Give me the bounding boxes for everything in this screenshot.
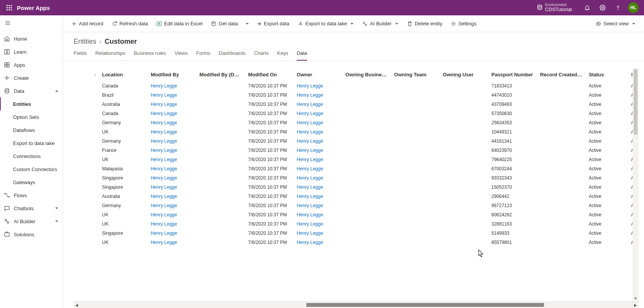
edit-excel-button[interactable]: Edit data in Excel	[153, 18, 206, 29]
cell-modified_by[interactable]: Henry Legge	[148, 210, 196, 219]
sidebar-collapse-button[interactable]	[0, 15, 62, 31]
cell-modified_by[interactable]: Henry Legge	[148, 146, 196, 155]
row-selector[interactable]	[74, 173, 99, 183]
table-row[interactable]: FranceHenry Legge7/6/2020 10:37 PMHenry …	[74, 146, 639, 155]
table-row[interactable]: MalayasiaHenry Legge7/6/2020 10:37 PMHen…	[74, 164, 639, 173]
vertical-scrollbar[interactable]: ▲ ▼	[632, 68, 639, 301]
row-selector[interactable]	[74, 146, 99, 155]
cell-modified_by[interactable]: Henry Legge	[148, 183, 196, 192]
help-button[interactable]	[610, 0, 626, 15]
cell-modified_by[interactable]: Henry Legge	[148, 164, 196, 173]
row-selector[interactable]	[74, 183, 99, 192]
column-header-modified_by_del[interactable]: Modified By (Del...	[196, 68, 245, 81]
breadcrumb-root[interactable]: Entities	[74, 38, 96, 46]
cell-owner[interactable]: Henry Legge	[294, 146, 342, 155]
sidebar-subitem-export-to-data-lake[interactable]: Export to data lake	[0, 137, 62, 150]
scroll-down-arrow[interactable]: ▼	[632, 295, 639, 301]
table-row[interactable]: SingaporeHenry Legge7/6/2020 10:37 PMHen…	[74, 229, 639, 238]
tab-keys[interactable]: Keys	[277, 50, 288, 61]
sidebar-item-solutions[interactable]: Solutions	[0, 228, 62, 241]
column-header-owning_team[interactable]: Owning Team	[391, 68, 440, 81]
sidebar-subitem-option-sets[interactable]: Option Sets	[0, 110, 62, 124]
cell-modified_by[interactable]: Henry Legge	[148, 201, 196, 210]
row-selector[interactable]	[74, 109, 99, 118]
tab-forms[interactable]: Forms	[196, 50, 210, 61]
cell-owner[interactable]: Henry Legge	[294, 229, 342, 238]
table-row[interactable]: BrazilHenry Legge7/6/2020 10:37 PMHenry …	[74, 91, 639, 100]
cell-owner[interactable]: Henry Legge	[294, 155, 342, 164]
horizontal-scroll-track[interactable]	[80, 303, 632, 307]
sidebar-item-create[interactable]: Create	[0, 71, 62, 84]
sidebar-subitem-connections[interactable]: Connections	[0, 150, 62, 163]
cell-owner[interactable]: Henry Legge	[294, 164, 342, 173]
cell-modified_by[interactable]: Henry Legge	[148, 127, 196, 137]
cell-owner[interactable]: Henry Legge	[294, 238, 342, 247]
export-lake-button[interactable]: Export to data lake	[294, 18, 358, 29]
sidebar-subitem-dataflows[interactable]: Dataflows	[0, 124, 62, 137]
row-selector[interactable]	[74, 137, 99, 146]
cell-modified_by[interactable]: Henry Legge	[148, 109, 196, 118]
column-header-owning_bu[interactable]: Owning Business...	[342, 68, 391, 81]
cell-modified_by[interactable]: Henry Legge	[148, 229, 196, 238]
waffle-button[interactable]	[3, 5, 15, 11]
column-header-owning_user[interactable]: Owning User	[440, 68, 488, 81]
row-selector[interactable]	[74, 238, 99, 247]
row-selector[interactable]	[74, 155, 99, 164]
cell-modified_by[interactable]: Henry Legge	[148, 238, 196, 247]
cell-owner[interactable]: Henry Legge	[294, 109, 342, 118]
cell-owner[interactable]: Henry Legge	[294, 192, 342, 201]
row-selector[interactable]	[74, 127, 99, 137]
cell-owner[interactable]: Henry Legge	[294, 173, 342, 183]
tab-fields[interactable]: Fields	[74, 50, 87, 61]
refresh-button[interactable]: Refresh data	[108, 18, 152, 29]
avatar[interactable]: HL	[628, 2, 639, 13]
column-header-status[interactable]: Status	[586, 68, 628, 81]
tab-data[interactable]: Data	[297, 50, 307, 61]
sidebar-item-apps[interactable]: Apps	[0, 58, 62, 71]
table-row[interactable]: UKHenry Legge7/6/2020 10:37 PMHenry Legg…	[74, 219, 639, 229]
cell-modified_by[interactable]: Henry Legge	[148, 192, 196, 201]
sidebar-item-data[interactable]: Data	[0, 84, 62, 97]
cell-owner[interactable]: Henry Legge	[294, 201, 342, 210]
export-data-button[interactable]: Export data	[252, 18, 293, 29]
table-row[interactable]: GermanyHenry Legge7/6/2020 10:37 PMHenry…	[74, 118, 639, 127]
cell-owner[interactable]: Henry Legge	[294, 127, 342, 137]
cell-owner[interactable]: Henry Legge	[294, 210, 342, 219]
row-selector-header[interactable]: ›	[74, 68, 99, 81]
cell-owner[interactable]: Henry Legge	[294, 137, 342, 146]
cell-modified_by[interactable]: Henry Legge	[148, 91, 196, 100]
scroll-right-arrow[interactable]: ▶	[632, 302, 639, 308]
tab-relationships[interactable]: Relationships	[95, 50, 125, 61]
delete-entity-button[interactable]: Delete entity	[403, 18, 446, 29]
row-selector[interactable]	[74, 118, 99, 127]
cell-modified_by[interactable]: Henry Legge	[148, 155, 196, 164]
cell-modified_by[interactable]: Henry Legge	[148, 100, 196, 109]
cell-owner[interactable]: Henry Legge	[294, 118, 342, 127]
row-selector[interactable]	[74, 164, 99, 173]
table-row[interactable]: GermanyHenry Legge7/6/2020 10:37 PMHenry…	[74, 137, 639, 146]
cell-owner[interactable]: Henry Legge	[294, 100, 342, 109]
column-header-passport[interactable]: Passport Number	[488, 68, 537, 81]
vertical-scroll-thumb[interactable]	[634, 69, 637, 135]
add-record-button[interactable]: Add record	[67, 18, 107, 29]
cell-modified_by[interactable]: Henry Legge	[148, 173, 196, 183]
tab-business-rules[interactable]: Business rules	[134, 50, 166, 61]
settings-button[interactable]	[595, 0, 610, 15]
cell-owner[interactable]: Henry Legge	[294, 183, 342, 192]
table-row[interactable]: UKHenry Legge7/6/2020 10:37 PMHenry Legg…	[74, 238, 639, 247]
table-row[interactable]: GermanyHenry Legge7/6/2020 10:37 PMHenry…	[74, 201, 639, 210]
cell-modified_by[interactable]: Henry Legge	[148, 118, 196, 127]
column-header-location[interactable]: Location	[99, 68, 148, 81]
table-row[interactable]: UKHenry Legge7/6/2020 10:37 PMHenry Legg…	[74, 127, 639, 137]
row-selector[interactable]	[74, 81, 99, 91]
sidebar-item-ai-builder[interactable]: AI Builder	[0, 215, 62, 228]
sidebar-subitem-entities[interactable]: Entities	[0, 97, 62, 110]
get-data-button[interactable]: Get data	[207, 18, 242, 29]
horizontal-scroll-thumb[interactable]	[306, 303, 544, 307]
row-selector[interactable]	[74, 201, 99, 210]
table-row[interactable]: AustraliaHenry Legge7/6/2020 10:37 PMHen…	[74, 192, 639, 201]
table-row[interactable]: CanadaHenry Legge7/6/2020 10:37 PMHenry …	[74, 109, 639, 118]
row-selector[interactable]	[74, 219, 99, 229]
sidebar-subitem-custom-connectors[interactable]: Custom Connectors	[0, 163, 62, 176]
row-selector[interactable]	[74, 91, 99, 100]
